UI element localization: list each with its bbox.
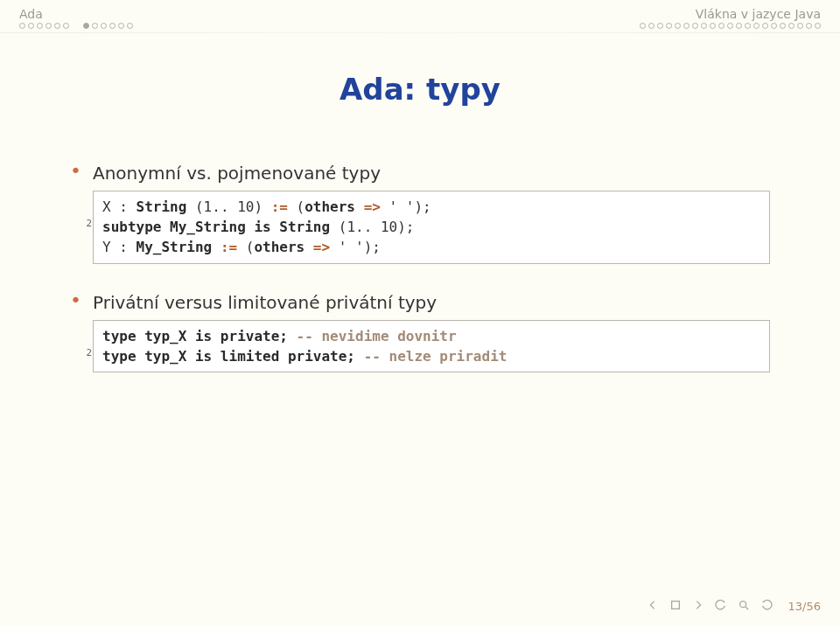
line-number-2: 2 [81,347,92,358]
nav-redo-icon[interactable] [760,599,773,614]
nav-undo-icon[interactable] [715,599,727,614]
code-block-2: 2 type typ_X is private; -- nevidime dov… [93,320,770,372]
bullet-private-vs-limited: Privátní versus limitované privátní typy [70,292,770,313]
progress-dots-row [0,23,840,32]
slide-title: Ada: typy [0,72,840,107]
page-number: 13/56 [788,600,821,613]
nav-fullscreen-icon[interactable] [669,599,682,614]
header-separator [0,32,840,33]
nav-next-icon[interactable] [692,599,704,614]
header-section-right: Vlákna v jazyce Java [696,7,821,21]
nav-search-icon[interactable] [738,599,750,614]
slide-nav-controls[interactable] [647,599,773,614]
svg-rect-0 [671,602,679,609]
progress-dots-right [640,23,821,29]
nav-prev-icon[interactable] [647,599,659,614]
header-section-left: Ada [19,7,43,21]
code-block-1: 2 X : String (1.. 10) := (others => ' ')… [93,191,770,264]
progress-dots-left-2 [83,23,133,29]
svg-point-1 [739,602,746,608]
line-number-2: 2 [81,218,92,229]
svg-line-2 [745,607,748,610]
progress-dots-left-1 [19,23,69,29]
bullet-anonymous-vs-named: Anonymní vs. pojmenované typy [70,163,770,184]
